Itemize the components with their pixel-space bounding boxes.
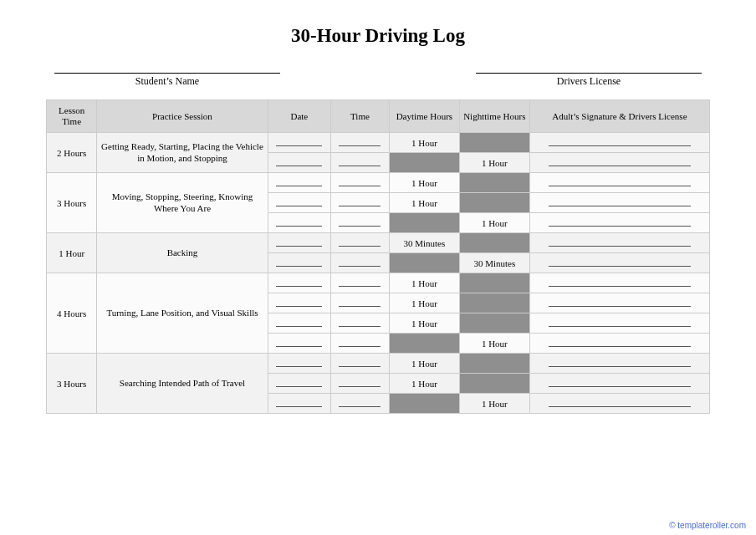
time-field[interactable] xyxy=(330,334,389,354)
time-field[interactable] xyxy=(330,133,389,153)
daytime-cell: 1 Hour xyxy=(389,313,459,334)
nighttime-cell xyxy=(459,133,529,153)
signature-field[interactable] xyxy=(529,193,709,213)
nighttime-cell xyxy=(459,313,529,334)
student-name-line xyxy=(54,62,280,74)
daytime-cell xyxy=(389,253,459,273)
lesson-time-cell: 2 Hours xyxy=(47,133,97,173)
time-field[interactable] xyxy=(330,374,389,394)
date-field[interactable] xyxy=(268,193,330,213)
col-nighttime: Nighttime Hours xyxy=(459,100,529,133)
student-name-field[interactable]: Student’s Name xyxy=(54,62,280,88)
table-header-row: Lesson Time Practice Session Date Time D… xyxy=(47,100,710,133)
session-cell: Backing xyxy=(97,233,268,273)
date-field[interactable] xyxy=(268,293,330,313)
session-cell: Searching Intended Path of Travel xyxy=(97,354,268,414)
nighttime-cell xyxy=(459,293,529,313)
daytime-cell xyxy=(389,334,459,354)
header-fields: Student’s Name Drivers License xyxy=(54,62,702,88)
daytime-cell: 1 Hour xyxy=(389,354,459,374)
footer-credit: © templateroller.com xyxy=(669,521,746,530)
signature-field[interactable] xyxy=(529,394,709,414)
lesson-time-cell: 3 Hours xyxy=(47,354,97,414)
col-daytime: Daytime Hours xyxy=(389,100,459,133)
date-field[interactable] xyxy=(268,253,330,273)
drivers-license-field[interactable]: Drivers License xyxy=(476,62,702,88)
page-title: 30-Hour Driving Log xyxy=(46,25,710,47)
date-field[interactable] xyxy=(268,273,330,293)
nighttime-cell: 1 Hour xyxy=(459,213,529,233)
session-cell: Moving, Stopping, Steering, Knowing Wher… xyxy=(97,173,268,233)
signature-field[interactable] xyxy=(529,374,709,394)
date-field[interactable] xyxy=(268,313,330,334)
student-name-label: Student’s Name xyxy=(54,75,280,88)
lesson-time-cell: 1 Hour xyxy=(47,233,97,273)
daytime-cell: 1 Hour xyxy=(389,133,459,153)
date-field[interactable] xyxy=(268,133,330,153)
date-field[interactable] xyxy=(268,153,330,173)
table-row: 4 HoursTurning, Lane Position, and Visua… xyxy=(47,273,710,293)
session-cell: Turning, Lane Position, and Visual Skill… xyxy=(97,273,268,354)
time-field[interactable] xyxy=(330,293,389,313)
signature-field[interactable] xyxy=(529,173,709,193)
time-field[interactable] xyxy=(330,193,389,213)
nighttime-cell xyxy=(459,173,529,193)
daytime-cell: 30 Minutes xyxy=(389,233,459,253)
col-time: Time xyxy=(330,100,389,133)
lesson-time-cell: 4 Hours xyxy=(47,273,97,354)
nighttime-cell: 30 Minutes xyxy=(459,253,529,273)
time-field[interactable] xyxy=(330,313,389,334)
daytime-cell xyxy=(389,213,459,233)
time-field[interactable] xyxy=(330,213,389,233)
time-field[interactable] xyxy=(330,233,389,253)
daytime-cell: 1 Hour xyxy=(389,193,459,213)
signature-field[interactable] xyxy=(529,253,709,273)
drivers-license-line xyxy=(476,62,702,74)
nighttime-cell xyxy=(459,354,529,374)
nighttime-cell xyxy=(459,193,529,213)
nighttime-cell xyxy=(459,233,529,253)
nighttime-cell: 1 Hour xyxy=(459,153,529,173)
date-field[interactable] xyxy=(268,173,330,193)
lesson-time-cell: 3 Hours xyxy=(47,173,97,233)
signature-field[interactable] xyxy=(529,213,709,233)
table-row: 3 HoursSearching Intended Path of Travel… xyxy=(47,354,710,374)
time-field[interactable] xyxy=(330,354,389,374)
drivers-license-label: Drivers License xyxy=(476,75,702,88)
daytime-cell: 1 Hour xyxy=(389,374,459,394)
time-field[interactable] xyxy=(330,153,389,173)
table-row: 1 HourBacking30 Minutes xyxy=(47,233,710,253)
daytime-cell: 1 Hour xyxy=(389,293,459,313)
signature-field[interactable] xyxy=(529,354,709,374)
session-cell: Getting Ready, Starting, Placing the Veh… xyxy=(97,133,268,173)
date-field[interactable] xyxy=(268,354,330,374)
time-field[interactable] xyxy=(330,253,389,273)
time-field[interactable] xyxy=(330,173,389,193)
col-signature: Adult’s Signature & Drivers License xyxy=(529,100,709,133)
time-field[interactable] xyxy=(330,394,389,414)
daytime-cell xyxy=(389,153,459,173)
nighttime-cell: 1 Hour xyxy=(459,394,529,414)
signature-field[interactable] xyxy=(529,233,709,253)
table-row: 2 HoursGetting Ready, Starting, Placing … xyxy=(47,133,710,153)
table-row: 3 HoursMoving, Stopping, Steering, Knowi… xyxy=(47,173,710,193)
daytime-cell: 1 Hour xyxy=(389,273,459,293)
driving-log-table: Lesson Time Practice Session Date Time D… xyxy=(46,99,710,414)
date-field[interactable] xyxy=(268,233,330,253)
signature-field[interactable] xyxy=(529,293,709,313)
date-field[interactable] xyxy=(268,334,330,354)
signature-field[interactable] xyxy=(529,273,709,293)
daytime-cell xyxy=(389,394,459,414)
col-lesson-time: Lesson Time xyxy=(47,100,97,133)
date-field[interactable] xyxy=(268,374,330,394)
nighttime-cell xyxy=(459,273,529,293)
signature-field[interactable] xyxy=(529,153,709,173)
daytime-cell: 1 Hour xyxy=(389,173,459,193)
nighttime-cell xyxy=(459,374,529,394)
signature-field[interactable] xyxy=(529,334,709,354)
signature-field[interactable] xyxy=(529,313,709,334)
date-field[interactable] xyxy=(268,213,330,233)
time-field[interactable] xyxy=(330,273,389,293)
date-field[interactable] xyxy=(268,394,330,414)
signature-field[interactable] xyxy=(529,133,709,153)
